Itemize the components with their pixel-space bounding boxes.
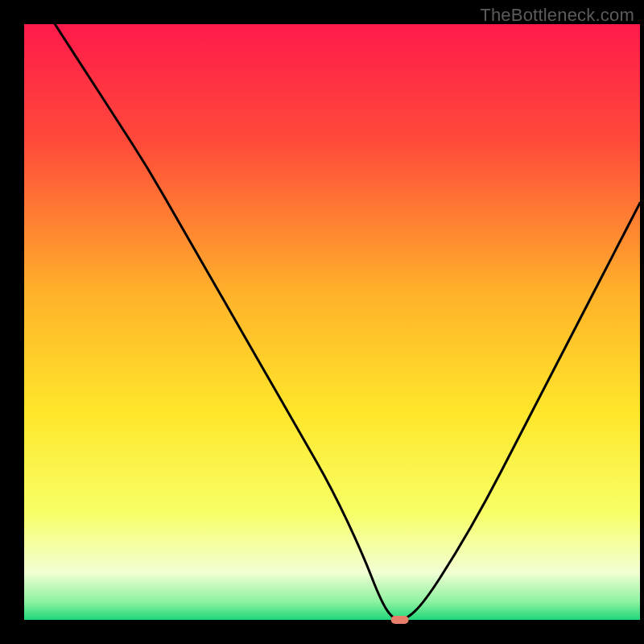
chart-frame: TheBottleneck.com (0, 0, 644, 644)
optimum-marker (391, 616, 409, 624)
bottleneck-chart (0, 0, 644, 644)
watermark-label: TheBottleneck.com (480, 5, 634, 26)
plot-background (24, 24, 640, 620)
